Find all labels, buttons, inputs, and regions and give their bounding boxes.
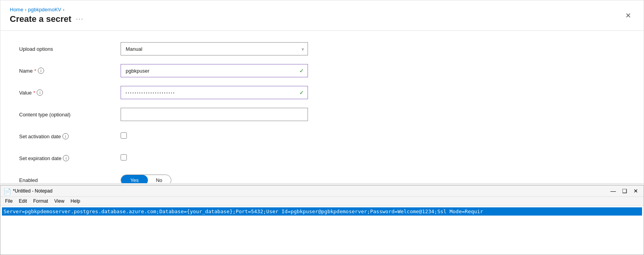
- name-info-icon[interactable]: i: [38, 68, 44, 74]
- upload-options-label: Upload options: [19, 46, 121, 52]
- enabled-toggle-group: Yes No: [121, 175, 171, 184]
- menu-format[interactable]: Format: [30, 198, 51, 205]
- notepad-title: *Untitled - Notepad: [13, 188, 605, 194]
- panel-header: Home › pgbkpdemoKV › Create a secret ···…: [0, 0, 644, 27]
- header-divider: [0, 30, 644, 31]
- page-title-row: Create a secret ···: [10, 14, 84, 24]
- value-label: Value * i: [19, 89, 121, 96]
- activation-date-checkbox[interactable]: [121, 132, 127, 139]
- expiration-date-control: [121, 154, 308, 162]
- value-row: Value * i ✓: [19, 86, 644, 100]
- more-options-button[interactable]: ···: [76, 16, 84, 23]
- name-row: Name * i ✓: [19, 64, 644, 78]
- notepad-content-area[interactable]: Server=pgbkpdemoserver.postgres.database…: [0, 206, 644, 255]
- azure-panel: Home › pgbkpdemoKV › Create a secret ···…: [0, 0, 644, 184]
- name-input[interactable]: [121, 64, 308, 77]
- enabled-row: Enabled Yes No: [19, 173, 644, 184]
- content-type-control: [121, 108, 308, 121]
- notepad-menubar: File Edit Format View Help: [0, 197, 644, 206]
- name-label: Name * i: [19, 68, 121, 74]
- content-type-row: Content type (optional): [19, 107, 644, 121]
- expiration-date-label: Set expiration date i: [19, 155, 121, 161]
- expiration-date-row: Set expiration date i: [19, 151, 644, 165]
- value-info-icon[interactable]: i: [37, 89, 43, 96]
- upload-options-select[interactable]: Manual Certificate: [121, 42, 308, 55]
- menu-file[interactable]: File: [2, 198, 16, 205]
- value-input[interactable]: [121, 86, 308, 99]
- breadcrumb-vault[interactable]: pgbkpdemoKV: [28, 7, 61, 12]
- upload-options-row: Upload options Manual Certificate ∨: [19, 42, 644, 56]
- toggle-no-button[interactable]: No: [148, 175, 170, 184]
- notepad-selected-text: Server=pgbkpdemoserver.postgres.database…: [2, 207, 642, 216]
- content-type-input[interactable]: [121, 108, 308, 121]
- toggle-yes-button[interactable]: Yes: [121, 175, 148, 184]
- upload-options-dropdown-wrapper: Manual Certificate ∨: [121, 42, 308, 55]
- content-type-label: Content type (optional): [19, 112, 121, 118]
- header-left: Home › pgbkpdemoKV › Create a secret ···: [10, 7, 84, 24]
- activation-date-label: Set activation date i: [19, 133, 121, 139]
- value-required-star: *: [33, 90, 35, 96]
- menu-edit[interactable]: Edit: [16, 198, 30, 205]
- value-control: ✓: [121, 86, 308, 99]
- expiration-info-icon[interactable]: i: [63, 155, 69, 161]
- breadcrumb: Home › pgbkpdemoKV ›: [10, 7, 84, 12]
- page-title: Create a secret: [10, 14, 71, 24]
- breadcrumb-home[interactable]: Home: [10, 7, 23, 12]
- notepad-close-button[interactable]: ✕: [631, 188, 640, 194]
- breadcrumb-sep-1: ›: [25, 7, 27, 12]
- enabled-label: Enabled: [19, 177, 121, 183]
- notepad-app-icon: 📄: [4, 188, 10, 194]
- value-input-wrapper: ✓: [121, 86, 308, 99]
- activation-info-icon[interactable]: i: [62, 133, 69, 139]
- expiration-date-checkbox[interactable]: [121, 154, 127, 160]
- activation-date-control: [121, 132, 308, 140]
- menu-view[interactable]: View: [51, 198, 68, 205]
- notepad-titlebar: 📄 *Untitled - Notepad — ❑ ✕: [0, 185, 644, 197]
- form-body: Upload options Manual Certificate ∨ Name…: [0, 36, 644, 184]
- notepad-maximize-button[interactable]: ❑: [620, 188, 630, 194]
- breadcrumb-sep-2: ›: [63, 7, 64, 12]
- notepad-window: 📄 *Untitled - Notepad — ❑ ✕ File Edit Fo…: [0, 185, 644, 255]
- window-controls: — ❑ ✕: [608, 188, 640, 194]
- upload-options-control: Manual Certificate ∨: [121, 42, 308, 55]
- close-panel-button[interactable]: ✕: [622, 11, 634, 21]
- name-input-wrapper: ✓: [121, 64, 308, 77]
- activation-date-row: Set activation date i: [19, 129, 644, 143]
- name-required-star: *: [34, 68, 36, 74]
- notepad-minimize-button[interactable]: —: [608, 188, 618, 194]
- enabled-control: Yes No: [121, 175, 308, 184]
- menu-help[interactable]: Help: [68, 198, 84, 205]
- name-control: ✓: [121, 64, 308, 77]
